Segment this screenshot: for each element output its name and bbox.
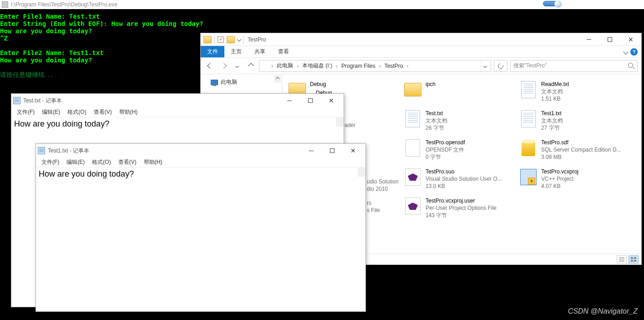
notepad-titlebar[interactable]: Test.txt - 记事本 ✕ [11, 94, 344, 107]
menu-format[interactable]: 格式(O) [65, 107, 89, 117]
file-type: 文本文档 [541, 117, 563, 124]
tab-share[interactable]: 共享 [248, 46, 272, 57]
quick-access-toolbar: ✓ [201, 33, 243, 46]
file-name: TestPro.opensdf [426, 139, 465, 146]
peek-sln-line1: udio Solution [367, 178, 398, 185]
search-input[interactable]: 搜索"TestPro" [510, 60, 638, 72]
file-size: 143 字节 [426, 212, 497, 219]
qat-dropdown-icon[interactable] [237, 37, 242, 42]
notepad-app-icon [13, 97, 20, 104]
search-icon [628, 63, 634, 69]
nav-up-button[interactable] [245, 61, 256, 71]
address-dropdown-button[interactable] [481, 61, 489, 71]
folder-icon [261, 63, 269, 69]
menu-help[interactable]: 帮助(H) [141, 157, 165, 167]
view-tiles-button[interactable] [629, 255, 639, 264]
menu-view[interactable]: 查看(V) [116, 157, 139, 167]
close-button[interactable]: ✕ [343, 144, 364, 157]
peek-filters-line2: s File [367, 207, 380, 214]
file-item[interactable]: TestPro.vcxproj.userPer-User Project Opt… [402, 195, 516, 223]
file-item[interactable]: TestPro.vcxprojVC++ Project4.07 KB [517, 166, 631, 194]
file-item[interactable]: TestPro.sdfSQL Server Compact Edition D.… [517, 137, 631, 165]
file-size: 1.51 KB [541, 95, 569, 102]
close-button[interactable]: ✕ [321, 94, 342, 107]
tab-view[interactable]: 查看 [272, 46, 295, 57]
text-icon [519, 81, 538, 99]
scroll-up-button[interactable] [274, 75, 281, 82]
file-name: TestPro.vcxproj [541, 168, 578, 175]
refresh-button[interactable] [494, 60, 507, 72]
file-type: VC++ Project [541, 175, 578, 183]
scrollbar-up-button[interactable] [336, 117, 344, 127]
file-item[interactable]: Test.txt文本文档26 字节 [402, 108, 516, 136]
watermark-text: CSDN @Navigator_Z [568, 307, 638, 315]
menu-view[interactable]: 查看(V) [91, 107, 115, 117]
minimize-button[interactable] [279, 94, 300, 107]
notepad-window-test1: Test1.txt - 记事本 ✕ 文件(F) 编辑(E) 格式(O) 查看(V… [35, 143, 366, 312]
file-name: Test1.txt [541, 110, 563, 117]
notepad-title: Test.txt - 记事本 [23, 97, 62, 105]
nav-back-button[interactable] [204, 61, 215, 71]
breadcrumb[interactable]: Program Files [340, 63, 377, 69]
menu-help[interactable]: 帮助(H) [117, 107, 141, 117]
scrollbar-up-button[interactable] [358, 168, 365, 177]
ribbon-collapse-icon[interactable] [623, 49, 628, 54]
help-button[interactable]: ? [630, 48, 638, 56]
blank-icon [404, 139, 422, 157]
nav-recent-dropdown[interactable] [232, 61, 243, 71]
db-icon [519, 139, 538, 157]
qat-properties-button[interactable]: ✓ [218, 36, 224, 43]
menu-file[interactable]: 文件(F) [14, 107, 37, 117]
file-name: TestPro.vcxproj.user [426, 197, 497, 204]
file-item[interactable]: ReadMe.txt文本文档1.51 KB [517, 79, 631, 107]
maximize-button[interactable] [300, 94, 321, 107]
file-item[interactable]: TestPro.opensdfOPENSDF 文件0 字节 [402, 137, 516, 165]
chevron-right-icon[interactable]: › [270, 63, 274, 69]
notepad-content: How are you doing today? [14, 119, 109, 128]
tab-file[interactable]: 文件 [201, 46, 224, 57]
maximize-button[interactable] [599, 33, 620, 46]
file-name: ipch [426, 81, 436, 88]
file-type: SQL Server Compact Edition D... [541, 146, 621, 153]
address-bar[interactable]: › 此电脑 › 本地磁盘 (I:) › Program Files › Test… [259, 60, 491, 72]
maximize-button[interactable] [322, 144, 343, 157]
vcx-icon [519, 168, 538, 186]
tab-home[interactable]: 主页 [224, 46, 248, 57]
file-name: Debug [310, 81, 326, 88]
file-item[interactable]: Test1.txt文本文档27 字节 [517, 108, 631, 136]
ribbon-tabs: 文件 主页 共享 查看 ? [201, 46, 641, 58]
notepad-text-area[interactable]: How are you doing today? [36, 168, 365, 311]
text-icon [519, 110, 538, 128]
close-button[interactable]: ✕ [620, 33, 641, 46]
minimize-button[interactable] [301, 144, 322, 157]
breadcrumb[interactable]: 此电脑 [275, 62, 295, 70]
explorer-titlebar[interactable]: ✓ TestPro ✕ [201, 33, 641, 46]
computer-icon [211, 80, 218, 85]
notepad-titlebar[interactable]: Test1.txt - 记事本 ✕ [36, 144, 365, 157]
decorative-pill-icon [543, 1, 561, 6]
breadcrumb[interactable]: TestPro [383, 63, 405, 69]
folder-icon[interactable] [227, 36, 235, 43]
file-type: Visual Studio Solution User O... [426, 175, 502, 183]
file-size: 26 字节 [426, 124, 447, 132]
nav-forward-button[interactable] [218, 61, 229, 71]
notepad-content: How are you doing today? [39, 169, 134, 178]
file-item[interactable]: ipch [402, 79, 516, 107]
file-item[interactable]: TestPro.suoVisual Studio Solution User O… [402, 166, 516, 194]
file-type: 文本文档 [541, 88, 569, 95]
view-details-button[interactable] [617, 255, 627, 264]
navpane-this-pc[interactable]: 此电脑 [201, 77, 282, 87]
menu-edit[interactable]: 编辑(E) [64, 157, 87, 167]
chevron-right-icon[interactable]: › [378, 63, 382, 69]
menu-file[interactable]: 文件(F) [39, 157, 62, 167]
menu-format[interactable]: 格式(O) [89, 157, 113, 167]
menu-edit[interactable]: 编辑(E) [39, 107, 63, 117]
chevron-right-icon[interactable]: › [296, 63, 299, 69]
vs-icon [404, 197, 422, 215]
chevron-right-icon[interactable]: › [335, 63, 339, 69]
minimize-button[interactable] [578, 33, 599, 46]
file-size: 3.08 MB [541, 153, 621, 161]
breadcrumb[interactable]: 本地磁盘 (I:) [300, 62, 334, 70]
folder-icon [203, 36, 212, 43]
chevron-right-icon[interactable]: › [406, 63, 409, 69]
